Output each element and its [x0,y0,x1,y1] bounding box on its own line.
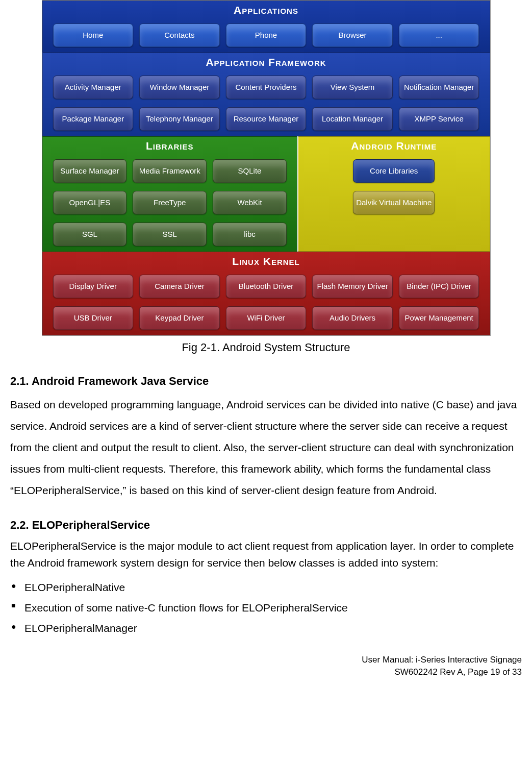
bullet-item: Execution of some native-C function flow… [10,598,522,618]
fw-chip: Resource Manager [226,107,307,131]
lib-chip: SGL [53,223,127,246]
lib-chip: FreeType [133,191,207,214]
framework-title: Application Framework [43,53,490,72]
framework-section: Application Framework Activity Manager W… [42,53,490,136]
libs-runtime-row: Libraries Surface Manager Media Framewor… [42,136,490,252]
lib-chip: Surface Manager [53,159,127,183]
figure-caption: Fig 2-1. Android System Structure [10,341,522,354]
applications-section: Applications Home Contacts Phone Browser… [42,1,490,53]
kern-chip: Audio Drivers [312,306,393,330]
fw-chip: Window Manager [139,76,220,99]
kernel-title: Linux Kernel [43,252,490,272]
lib-chip: SSL [133,223,207,246]
kern-chip: Power Management [399,306,479,330]
bullet-item: ELOPeripheralManager [10,618,522,639]
app-chip: ... [399,23,479,47]
applications-title: Applications [43,1,490,20]
bullet-item: ELOPeripheralNative [10,577,522,598]
lib-chip: SQLite [213,159,287,183]
fw-chip: XMPP Service [399,107,479,131]
kern-chip: USB Driver [53,306,134,330]
section-2-1-body: Based on developed programming language,… [10,394,522,501]
lib-chip: libc [213,223,287,246]
kern-chip: Flash Memory Driver [312,275,393,298]
app-chip: Contacts [139,23,220,47]
android-system-structure-diagram: Applications Home Contacts Phone Browser… [42,0,491,336]
kern-chip: WiFi Driver [226,306,307,330]
runtime-section: Android Runtime Core Libraries Dalvik Vi… [297,136,490,252]
fw-chip: Content Providers [226,76,307,99]
fw-chip: Package Manager [53,107,134,131]
libraries-section: Libraries Surface Manager Media Framewor… [42,136,297,252]
fw-chip: Telephony Manager [139,107,220,131]
footer-manual: User Manual: i-Series Interactive Signag… [10,654,522,667]
kern-chip: Keypad Driver [139,306,220,330]
lib-chip: OpenGL|ES [53,191,127,214]
kernel-section: Linux Kernel Display Driver Camera Drive… [42,252,490,335]
app-chip: Browser [312,23,393,47]
section-2-2-body: ELOPeripheralService is the major module… [10,538,522,571]
app-chip: Home [53,23,134,47]
runtime-title: Android Runtime [298,137,490,156]
lib-chip: Media Framework [133,159,207,183]
page-footer: User Manual: i-Series Interactive Signag… [10,654,522,679]
footer-page: SW602242 Rev A, Page 19 of 33 [10,666,522,679]
fw-chip: Notification Manager [399,76,479,99]
section-2-2-list: ELOPeripheralNative Execution of some na… [10,577,522,639]
section-2-2-heading: 2.2. ELOPeripheralService [10,519,522,532]
kern-chip: Display Driver [53,275,134,298]
fw-chip: Location Manager [312,107,393,131]
rt-chip: Dalvik Virtual Machine [353,191,435,214]
libraries-title: Libraries [43,137,297,156]
section-2-1-heading: 2.1. Android Framework Java Service [10,375,522,388]
lib-chip: WebKit [213,191,287,214]
kern-chip: Binder (IPC) Driver [399,275,479,298]
kern-chip: Camera Driver [139,275,220,298]
fw-chip: View System [312,76,393,99]
app-chip: Phone [226,23,307,47]
fw-chip: Activity Manager [53,76,134,99]
kern-chip: Bluetooth Driver [226,275,307,298]
rt-chip: Core Libraries [353,159,435,183]
